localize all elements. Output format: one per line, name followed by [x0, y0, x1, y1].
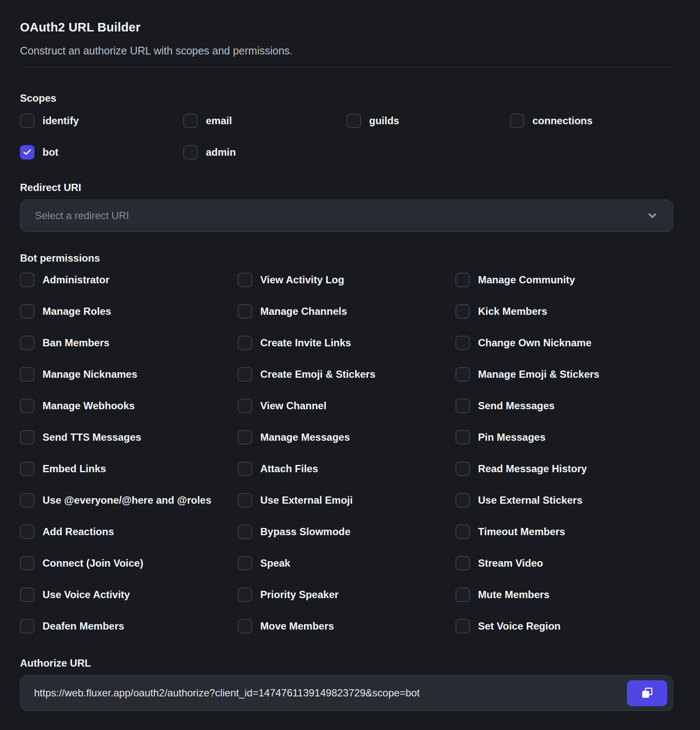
permission-checkbox-manage-emoji-stickers[interactable]: Manage Emoji & Stickers	[455, 367, 673, 382]
permission-checkbox-view-channel[interactable]: View Channel	[238, 399, 455, 413]
chevron-down-icon	[646, 210, 658, 222]
checkbox[interactable]	[20, 462, 34, 476]
checkbox[interactable]	[183, 114, 198, 128]
permission-checkbox-use-external-stickers[interactable]: Use External Stickers	[455, 493, 673, 508]
permission-checkbox-move-members[interactable]: Move Members	[238, 619, 455, 633]
permission-checkbox-manage-roles[interactable]: Manage Roles	[20, 304, 238, 319]
permission-label: Manage Webhooks	[43, 400, 135, 412]
permission-checkbox-manage-nicknames[interactable]: Manage Nicknames	[20, 367, 238, 382]
permission-checkbox-attach-files[interactable]: Attach Files	[238, 462, 455, 476]
scope-checkbox-guilds[interactable]: guilds	[347, 114, 510, 128]
checkbox[interactable]	[455, 556, 470, 570]
permission-checkbox-view-activity-log[interactable]: View Activity Log	[238, 273, 455, 287]
checkbox[interactable]	[238, 430, 252, 445]
permission-checkbox-embed-links[interactable]: Embed Links	[20, 462, 238, 476]
checkbox[interactable]	[455, 462, 470, 476]
checkbox[interactable]	[238, 336, 252, 350]
checkbox[interactable]	[20, 114, 34, 128]
checkbox[interactable]	[455, 336, 470, 350]
scope-checkbox-connections[interactable]: connections	[510, 114, 673, 128]
checkbox[interactable]	[238, 556, 252, 570]
checkbox[interactable]	[238, 587, 252, 602]
permission-checkbox-deafen-members[interactable]: Deafen Members	[20, 619, 238, 633]
permission-checkbox-administrator[interactable]: Administrator	[20, 273, 238, 287]
permission-checkbox-bypass-slowmode[interactable]: Bypass Slowmode	[238, 525, 455, 539]
checkbox[interactable]	[20, 336, 34, 350]
permission-label: Send Messages	[478, 400, 555, 412]
checkbox[interactable]	[455, 525, 470, 539]
permission-checkbox-set-voice-region[interactable]: Set Voice Region	[455, 619, 673, 633]
checkbox[interactable]	[455, 367, 470, 382]
redirect-uri-select[interactable]: Select a redirect URI	[20, 200, 673, 232]
checkbox[interactable]	[455, 430, 470, 445]
permission-checkbox-priority-speaker[interactable]: Priority Speaker	[238, 587, 455, 602]
oauth2-url-builder-panel: OAuth2 URL Builder Construct an authoriz…	[0, 0, 700, 711]
permission-label: Kick Members	[478, 305, 547, 317]
permission-checkbox-add-reactions[interactable]: Add Reactions	[20, 525, 238, 539]
checkbox[interactable]	[455, 587, 470, 602]
checkbox[interactable]	[347, 114, 361, 128]
permission-checkbox-manage-channels[interactable]: Manage Channels	[238, 304, 455, 319]
permission-checkbox-send-tts-messages[interactable]: Send TTS Messages	[20, 430, 238, 445]
checkbox[interactable]	[183, 145, 198, 160]
checkbox[interactable]	[20, 145, 34, 160]
checkbox[interactable]	[20, 273, 34, 287]
permission-checkbox-use-external-emoji[interactable]: Use External Emoji	[238, 493, 455, 508]
checkbox[interactable]	[238, 304, 252, 319]
permission-checkbox-manage-community[interactable]: Manage Community	[455, 273, 673, 287]
checkbox[interactable]	[20, 493, 34, 508]
checkbox[interactable]	[455, 493, 470, 508]
permission-label: Use Voice Activity	[43, 589, 130, 601]
checkbox[interactable]	[455, 399, 470, 413]
permission-checkbox-send-messages[interactable]: Send Messages	[455, 399, 673, 413]
permission-checkbox-stream-video[interactable]: Stream Video	[455, 556, 673, 570]
permission-checkbox-read-message-history[interactable]: Read Message History	[455, 462, 673, 476]
scope-label: email	[206, 115, 232, 127]
checkbox[interactable]	[20, 587, 34, 602]
permission-checkbox-pin-messages[interactable]: Pin Messages	[455, 430, 673, 445]
scope-checkbox-admin[interactable]: admin	[183, 145, 347, 160]
checkbox[interactable]	[238, 493, 252, 508]
checkbox[interactable]	[238, 462, 252, 476]
permission-checkbox-speak[interactable]: Speak	[238, 556, 455, 570]
checkbox[interactable]	[20, 367, 34, 382]
checkbox[interactable]	[238, 619, 252, 633]
checkbox[interactable]	[20, 430, 34, 445]
permission-checkbox-ban-members[interactable]: Ban Members	[20, 336, 238, 350]
permission-checkbox-manage-messages[interactable]: Manage Messages	[238, 430, 455, 445]
scope-checkbox-bot[interactable]: bot	[20, 145, 183, 160]
permission-checkbox-kick-members[interactable]: Kick Members	[455, 304, 673, 319]
permission-checkbox-create-emoji-stickers[interactable]: Create Emoji & Stickers	[238, 367, 455, 382]
permission-checkbox-connect-join-voice[interactable]: Connect (Join Voice)	[20, 556, 238, 570]
checkbox[interactable]	[510, 114, 524, 128]
checkbox[interactable]	[238, 399, 252, 413]
permission-checkbox-use-everyone-here-roles[interactable]: Use @everyone/@here and @roles	[20, 493, 238, 508]
permission-checkbox-change-own-nickname[interactable]: Change Own Nickname	[455, 336, 673, 350]
permission-label: Mute Members	[478, 589, 549, 601]
scope-checkbox-identify[interactable]: identify	[20, 114, 183, 128]
authorize-url-field[interactable]: https://web.fluxer.app/oauth2/authorize?…	[20, 675, 673, 711]
checkbox[interactable]	[455, 304, 470, 319]
checkbox[interactable]	[20, 525, 34, 539]
checkbox[interactable]	[20, 304, 34, 319]
permission-checkbox-create-invite-links[interactable]: Create Invite Links	[238, 336, 455, 350]
divider	[20, 67, 673, 68]
checkbox[interactable]	[20, 619, 34, 633]
checkbox[interactable]	[20, 556, 34, 570]
checkbox[interactable]	[455, 619, 470, 633]
checkbox[interactable]	[238, 273, 252, 287]
copy-button[interactable]	[627, 680, 667, 706]
scope-label: bot	[43, 146, 58, 158]
permission-checkbox-use-voice-activity[interactable]: Use Voice Activity	[20, 587, 238, 602]
checkbox[interactable]	[455, 273, 470, 287]
checkbox[interactable]	[20, 399, 34, 413]
scope-checkbox-email[interactable]: email	[183, 114, 347, 128]
authorize-url-label: Authorize URL	[20, 657, 673, 669]
permission-checkbox-manage-webhooks[interactable]: Manage Webhooks	[20, 399, 238, 413]
permission-label: View Activity Log	[260, 274, 344, 286]
permission-label: Read Message History	[478, 463, 587, 475]
permission-checkbox-mute-members[interactable]: Mute Members	[455, 587, 673, 602]
permission-checkbox-timeout-members[interactable]: Timeout Members	[455, 525, 673, 539]
checkbox[interactable]	[238, 367, 252, 382]
checkbox[interactable]	[238, 525, 252, 539]
